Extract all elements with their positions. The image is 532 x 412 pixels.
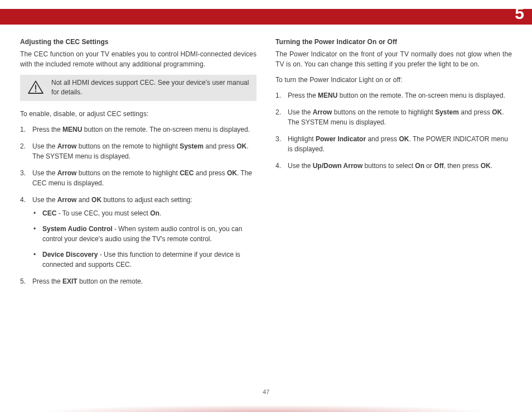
step-1: Press the MENU button on the remote. The… — [275, 90, 512, 100]
bullet-device-discovery: Device Discovery - Use this function to … — [32, 250, 257, 270]
steps-list: Press the MENU button on the remote. The… — [20, 124, 257, 286]
lead-text: To turn the Power Indicator Light on or … — [275, 75, 512, 85]
step-4: Use the Up/Down Arrow buttons to select … — [275, 161, 512, 171]
svg-point-1 — [35, 91, 36, 92]
lead-text: To enable, disable, or adjust CEC settin… — [20, 109, 257, 119]
top-banner: 5 — [0, 9, 532, 25]
settings-sublist: CEC - To use CEC, you must select On. Sy… — [32, 208, 257, 270]
warning-icon — [26, 79, 46, 96]
page-number: 47 — [0, 389, 532, 395]
section-title-cec: Adjusting the CEC Settings — [20, 38, 257, 46]
section-title-power: Turning the Power Indicator On or Off — [275, 38, 512, 46]
left-column: Adjusting the CEC Settings The CEC funct… — [20, 38, 257, 293]
chapter-number: 5 — [515, 5, 524, 22]
step-2: Use the Arrow buttons on the remote to h… — [275, 107, 512, 127]
step-3: Use the Arrow buttons on the remote to h… — [20, 168, 257, 188]
bullet-system-audio: System Audio Control - When system audio… — [32, 224, 257, 244]
note-callout: Not all HDMI devices support CEC. See yo… — [20, 75, 257, 101]
right-column: Turning the Power Indicator On or Off Th… — [275, 38, 512, 293]
step-3: Highlight Power Indicator and press OK. … — [275, 134, 512, 154]
step-1: Press the MENU button on the remote. The… — [20, 124, 257, 135]
bullet-cec: CEC - To use CEC, you must select On. — [32, 208, 257, 218]
note-text: Not all HDMI devices support CEC. See yo… — [51, 78, 251, 98]
step-4: Use the Arrow and OK buttons to adjust e… — [20, 195, 257, 270]
step-5: Press the EXIT button on the remote. — [20, 276, 257, 286]
steps-list: Press the MENU button on the remote. The… — [275, 90, 512, 171]
bottom-glow — [0, 402, 532, 412]
intro-text: The Power Indicator on the front of your… — [275, 49, 512, 69]
content-area: Adjusting the CEC Settings The CEC funct… — [20, 38, 512, 293]
intro-text: The CEC function on your TV enables you … — [20, 49, 257, 69]
step-2: Use the Arrow buttons on the remote to h… — [20, 141, 257, 161]
